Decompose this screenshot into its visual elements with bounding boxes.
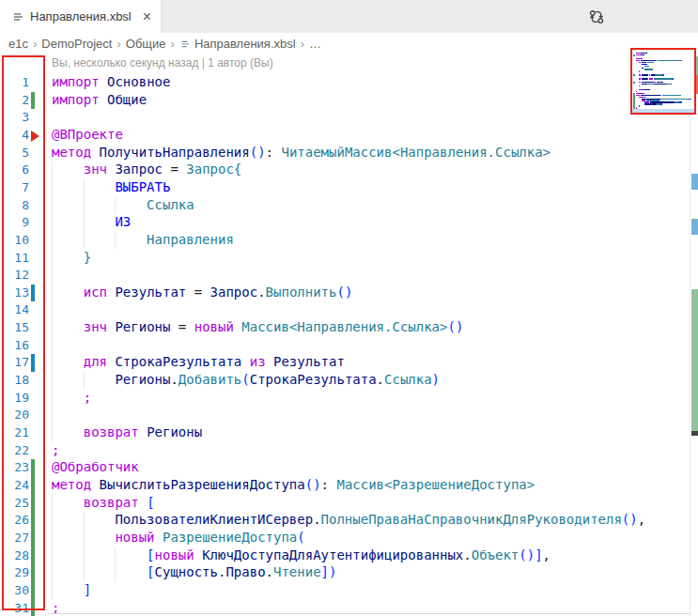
code-token: () <box>305 477 321 492</box>
code-line[interactable]: знч Регионы = новый Массив<Направления.С… <box>48 319 690 337</box>
code-token: ; <box>52 442 59 457</box>
code-line[interactable] <box>48 407 690 424</box>
line-number: 6 <box>1 162 29 179</box>
compare-changes-icon[interactable] <box>588 8 605 25</box>
indent-guide <box>52 250 84 268</box>
code-token: } <box>84 250 91 265</box>
tab-label: Направления.xbsl <box>30 9 132 23</box>
breadcrumb-item-e1c[interactable]: e1c <box>8 37 28 51</box>
code-token: [ <box>147 495 154 510</box>
overview-ruler[interactable] <box>690 54 698 616</box>
indent-guide <box>115 564 147 582</box>
code-line[interactable]: [Сущность.Право.Чтение]) <box>48 564 690 582</box>
code-line[interactable] <box>48 267 690 285</box>
code-token: Регионы <box>115 372 170 387</box>
code-line[interactable]: [новый КлючДоступаДляАутентифицированных… <box>48 547 690 565</box>
close-icon[interactable]: × <box>143 9 151 24</box>
indent-guide <box>52 267 84 285</box>
gutter-modified-indicator[interactable] <box>31 285 35 302</box>
code-line[interactable]: ИЗ <box>48 214 690 232</box>
code-line[interactable]: возврат Регионы <box>48 424 690 442</box>
code-token: , <box>543 547 551 562</box>
tab-actions <box>588 0 605 33</box>
overview-ruler-mark-modified[interactable] <box>691 219 698 235</box>
code-token: Ссылка <box>384 372 432 387</box>
code-line[interactable] <box>48 109 690 127</box>
code-token: Ссылка <box>147 197 194 212</box>
gutter[interactable]: 1234567891011121314151617181920212223242… <box>0 54 48 616</box>
code-line[interactable]: ] <box>48 582 690 600</box>
code-token: Регионы <box>115 319 170 334</box>
codelens-authors[interactable]: Вы, несколько секунд назад | 1 автор (Вы… <box>52 56 273 69</box>
line-number: 31 <box>1 600 29 616</box>
code-line[interactable]: метод ВычислитьРазрешенияДоступа(): Масс… <box>48 477 690 495</box>
gutter-modified-indicator[interactable] <box>31 354 35 372</box>
code-line[interactable]: } <box>48 250 690 268</box>
code-token: Выполнить <box>266 285 337 300</box>
code-token: новый <box>194 319 242 334</box>
minimap[interactable] <box>630 48 696 115</box>
code-line[interactable]: импорт Общие <box>48 92 690 110</box>
code-token: () <box>447 319 463 334</box>
line-number: 14 <box>1 301 29 319</box>
overview-ruler-mark-modified[interactable] <box>691 174 698 190</box>
code-token: Запрос <box>115 162 163 177</box>
breadcrumb: e1c › DemoProject › Общие › Направления.… <box>0 33 698 54</box>
code-line[interactable]: @ВПроекте <box>48 127 690 145</box>
code-line[interactable]: новый РазрешениеДоступа( <box>48 530 690 547</box>
code-token: Массив<РазрешениеДоступа> <box>336 477 535 492</box>
code-line[interactable]: метод ПолучитьНаправления(): ЧитаемыйМас… <box>48 145 690 162</box>
code-line[interactable]: возврат [ <box>48 495 690 513</box>
code-token: Сущность <box>155 564 218 579</box>
overview-ruler-mark-added[interactable] <box>691 289 698 432</box>
indent-guide <box>115 547 147 565</box>
line-number: 2 <box>1 92 29 110</box>
line-number: 25 <box>1 495 29 513</box>
gutter-added-block-indicator[interactable] <box>31 459 35 616</box>
indent-guide <box>84 530 116 547</box>
editor-pane: 1234567891011121314151617181920212223242… <box>0 54 698 616</box>
indent-guide <box>115 232 147 250</box>
line-number: 7 <box>1 179 29 197</box>
code-line[interactable]: ПользователиКлиентИСервер.ПолныеПраваНаС… <box>48 512 690 530</box>
breadcrumb-overflow[interactable]: … <box>309 37 321 51</box>
xbsl-file-icon <box>179 38 191 50</box>
line-number: 10 <box>1 232 29 250</box>
code-line[interactable] <box>48 301 690 319</box>
code-line[interactable]: импорт Основное <box>48 74 690 92</box>
tab-bar: Направления.xbsl × <box>0 0 698 33</box>
tab-napravleniya-xbsl[interactable]: Направления.xbsl × <box>0 0 162 33</box>
code-line[interactable]: для СтрокаРезультата из Результат <box>48 354 690 372</box>
gutter-deleted-indicator[interactable] <box>31 131 39 142</box>
code-line[interactable]: знч Запрос = Запрос{ <box>48 162 690 179</box>
code-line[interactable]: Направления <box>48 232 690 250</box>
code-token: . <box>377 372 384 387</box>
indent-guide <box>52 424 84 442</box>
breadcrumb-item-obshchie[interactable]: Общие <box>126 37 166 51</box>
code-token: ]) <box>321 564 337 579</box>
code-token: Общие <box>107 92 147 107</box>
code-token: ИЗ <box>115 214 131 229</box>
code-area[interactable]: Вы, несколько секунд назад | 1 автор (Вы… <box>48 54 690 616</box>
code-line[interactable]: исп Результат = Запрос.Выполнить() <box>48 285 690 302</box>
line-number: 28 <box>1 547 29 565</box>
breadcrumb-item-demoproject[interactable]: DemoProject <box>41 37 112 51</box>
code-line[interactable]: ; <box>48 442 690 460</box>
code-token: ()] <box>519 547 542 562</box>
line-number: 1 <box>1 74 29 92</box>
indent-guide <box>84 197 116 215</box>
code-line[interactable]: ВЫБРАТЬ <box>48 179 690 197</box>
code-token: СтрокаРезультата <box>115 354 241 369</box>
line-number: 16 <box>1 337 29 355</box>
indent-guide <box>84 512 116 530</box>
breadcrumb-file-label: Направления.xbsl <box>194 37 296 51</box>
gutter-added-indicator[interactable] <box>31 92 35 110</box>
code-line[interactable]: ; <box>48 390 690 408</box>
breadcrumb-item-file[interactable]: Направления.xbsl <box>179 37 296 51</box>
code-line[interactable] <box>48 337 690 355</box>
overview-ruler-mark-scrollpos[interactable] <box>691 431 698 436</box>
code-line[interactable]: Ссылка <box>48 197 690 215</box>
code-line[interactable]: Регионы.Добавить(СтрокаРезультата.Ссылка… <box>48 372 690 390</box>
code-line[interactable]: @Обработчик <box>48 459 690 477</box>
line-number: 13 <box>1 285 29 302</box>
